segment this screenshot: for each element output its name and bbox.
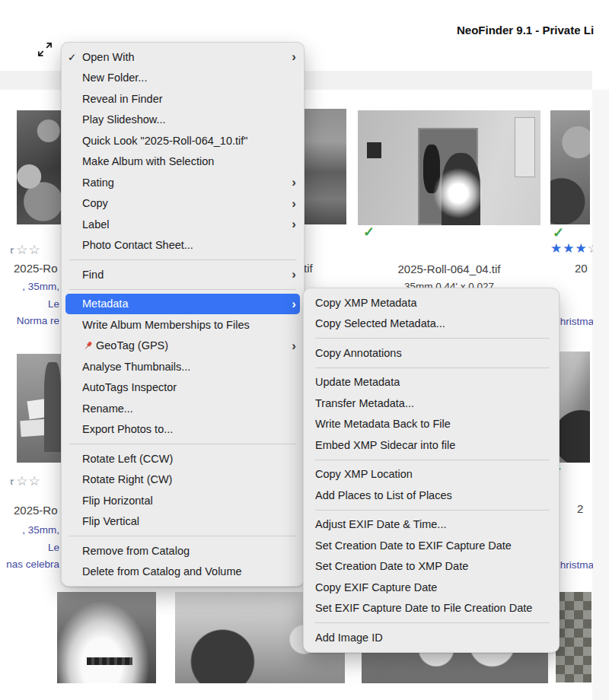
menu-item-label: Copy XMP Metadata [315,297,540,309]
menu-item-photo-contact-sheet[interactable]: Photo Contact Sheet... › [62,235,304,256]
menu-item-play-slideshow[interactable]: Play Slideshow... › [62,110,304,131]
menu-item-rotate-right-cw[interactable]: Rotate Right (CW) › [62,469,304,491]
thumbnail-filename: 2 [577,502,583,515]
rating-stars[interactable]: ★☆☆ [11,473,50,489]
menu-item-copy-xmp-location[interactable]: Copy XMP Location › [304,464,559,485]
menu-item-set-creation-date-to-exif-capture-date[interactable]: Set Creation Date to EXIF Capture Date › [304,535,559,556]
menu-item-embed-xmp-sidecar-into-file[interactable]: Embed XMP Sidecar into file › [304,434,559,456]
menu-item-autotags-inspector[interactable]: AutoTags Inspector › [62,377,304,399]
photo-thumbnail[interactable] [550,110,590,224]
menu-separator [69,289,296,290]
menu-item-open-with[interactable]: ✓ Open With › [62,46,304,68]
menu-item-label: GeoTag (GPS) [96,339,287,352]
menu-item-label: Delete from Catalog and Volume [82,565,287,578]
menu-item-label: Copy [82,197,287,209]
menu-separator [315,622,550,623]
checkmark-icon: ✓ [68,51,82,63]
photo-thumbnail[interactable] [57,592,156,683]
menu-item-copy-selected-metadata[interactable]: Copy Selected Metadata... › [304,313,559,335]
menu-item-label: Set Creation Date to XMP Date [315,560,540,572]
menu-item-copy-exif-capture-date[interactable]: Copy EXIF Capture Date › [304,577,559,598]
meta-line: Le [0,539,59,557]
photo-thumbnail[interactable] [17,354,61,463]
submenu-chevron-icon: › [287,197,296,210]
photo-thumbnail[interactable] [17,110,61,224]
menu-item-label: AutoTags Inspector [82,381,287,393]
menu-item-set-creation-date-to-xmp-date[interactable]: Set Creation Date to XMP Date › [304,556,559,578]
menu-item-add-places-to-list-of-places[interactable]: Add Places to List of Places › [304,485,559,506]
photo-thumbnail[interactable] [556,592,591,682]
menu-item-new-folder[interactable]: New Folder... › [62,68,304,89]
menu-item-label: Make Album with Selection [82,155,287,167]
menu-item-label: Add Places to List of Places [315,489,540,501]
menu-item-reveal-in-finder[interactable]: Reveal in Finder › [62,88,304,110]
menu-item-label: Rotate Left (CCW) [82,453,287,465]
menu-item-export-photos-to[interactable]: Export Photos to... › [62,419,304,441]
meta-line: Le [0,296,59,313]
menu-item-label: Photo Contact Sheet... [82,239,287,251]
menu-item-find[interactable]: Find › [62,264,304,285]
menu-item-label: Flip Vertical [82,515,287,527]
menu-separator [69,536,296,536]
menu-item-label: Label [82,218,287,231]
rating-stars[interactable]: ★☆☆ [11,242,50,258]
menu-item-set-exif-capture-date-to-file-creation-date[interactable]: Set EXIF Capture Date to File Creation D… [304,598,559,619]
menu-item-copy-annotations[interactable]: Copy Annotations › [304,342,559,364]
menu-item-copy-xmp-metadata[interactable]: Copy XMP Metadata › [304,292,559,313]
menu-item-add-image-id[interactable]: Add Image ID › [304,627,559,648]
rating-stars[interactable]: ★★★☆ [550,240,593,256]
selected-check-icon: ✓ [553,224,564,241]
menu-item-rename[interactable]: Rename... › [62,398,304,419]
menu-item-geotag-gps[interactable]: GeoTag (GPS) › [62,336,304,357]
thumbnail-filename: 2025-Ro [14,262,58,275]
menu-item-adjust-exif-date-time[interactable]: Adjust EXIF Date & Time... › [304,514,559,536]
context-menu: ✓ Open With › [61,42,304,587]
submenu-chevron-icon: › [287,268,296,281]
menu-item-delete-from-catalog-and-volume[interactable]: Delete from Catalog and Volume › [62,562,304,583]
menu-item-remove-from-catalog[interactable]: Remove from Catalog › [62,540,304,562]
menu-item-label: Reveal in Finder [82,93,287,105]
menu-separator [315,460,550,460]
menu-item-write-metadata-back-to-file[interactable]: Write Metadata Back to File › [304,414,559,435]
menu-item-flip-horizontal[interactable]: Flip Horizontal › [62,490,304,511]
menu-item-metadata[interactable]: Metadata › [65,294,300,315]
thumbnail-filename: 20 [575,262,588,275]
menu-item-analyse-thumbnails[interactable]: Analyse Thumbnails... › [62,356,304,377]
menu-item-label: Write Metadata Back to File [315,418,540,430]
menu-item-label: Transfer Metadata... [315,397,540,409]
menu-item-label[interactable]: Label › [62,214,304,235]
expand-arrows-icon[interactable] [35,40,55,59]
menu-item-label: Analyse Thumbnails... [82,361,287,373]
submenu-chevron-icon: › [287,339,296,352]
menu-item-label: Embed XMP Sidecar into file [315,439,540,451]
selected-check-icon: ✓ [363,224,375,240]
menu-item-update-metadata[interactable]: Update Metadata › [304,372,559,393]
menu-item-flip-vertical[interactable]: Flip Vertical › [62,511,304,533]
thumbnail-filename: 2025-Roll-064_04.tif [358,262,540,275]
submenu-chevron-icon: › [287,50,296,63]
menu-item-label: Adjust EXIF Date & Time... [315,518,540,530]
menu-separator [315,338,550,339]
menu-item-make-album-with-selection[interactable]: Make Album with Selection › [62,151,304,173]
menu-item-label: Export Photos to... [82,423,287,435]
thumbnail-annotation: , 35mm, Le Norma re [0,278,59,330]
menu-item-label: New Folder... [82,72,287,84]
window-title: NeoFinder 9.1 - Private Li [457,24,609,37]
photo-thumbnail[interactable] [303,109,346,224]
menu-separator [315,510,550,511]
menu-item-label: Flip Horizontal [82,495,287,507]
menu-item-quick-look-2025-roll-064-10-tif[interactable]: Quick Look "2025-Roll-064_10.tif" › [62,130,304,151]
neofinder-window: NeoFinder 9.1 - Private Li ★☆☆ 2025-Ro ,… [0,0,609,700]
menu-item-label: Metadata [82,298,287,310]
menu-item-label: Open With [82,51,287,63]
photo-thumbnail[interactable] [358,110,540,225]
menu-item-transfer-metadata[interactable]: Transfer Metadata... › [304,393,559,414]
menu-item-label: Copy EXIF Capture Date [315,581,540,593]
menu-separator [69,444,296,444]
menu-item-rotate-left-ccw[interactable]: Rotate Left (CCW) › [62,448,304,469]
menu-item-copy[interactable]: Copy › [62,193,304,215]
submenu-chevron-icon: › [287,218,296,231]
meta-line: Norma re [0,313,59,330]
menu-item-rating[interactable]: Rating › [62,172,304,193]
menu-item-write-album-memberships-to-files[interactable]: Write Album Memberships to Files › [62,314,304,336]
